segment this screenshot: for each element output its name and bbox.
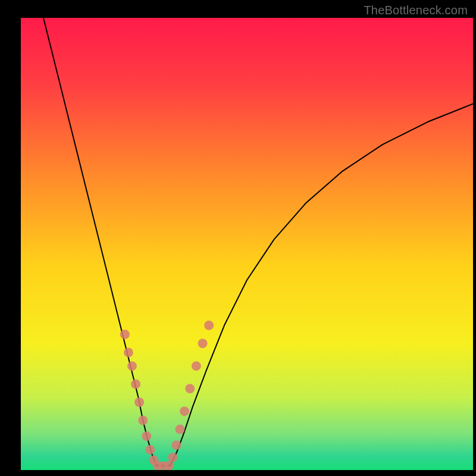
chart-svg xyxy=(0,0,476,476)
marker-point xyxy=(164,461,174,470)
marker-point xyxy=(192,361,201,371)
marker-point xyxy=(145,445,155,455)
marker-point xyxy=(124,347,133,357)
marker-point xyxy=(204,321,214,330)
marker-point xyxy=(134,397,144,407)
plot-background xyxy=(21,18,473,470)
marker-point xyxy=(176,425,185,434)
watermark-label: TheBottleneck.com xyxy=(364,4,468,17)
marker-point xyxy=(198,339,208,348)
chart-stage: TheBottleneck.com xyxy=(0,0,476,476)
marker-point xyxy=(127,361,137,371)
marker-point xyxy=(171,440,181,450)
marker-point xyxy=(120,330,130,339)
marker-point xyxy=(168,453,177,462)
marker-point xyxy=(185,384,195,393)
marker-point xyxy=(142,431,151,441)
marker-point xyxy=(138,415,148,425)
marker-point xyxy=(131,380,140,389)
marker-point xyxy=(180,406,189,416)
